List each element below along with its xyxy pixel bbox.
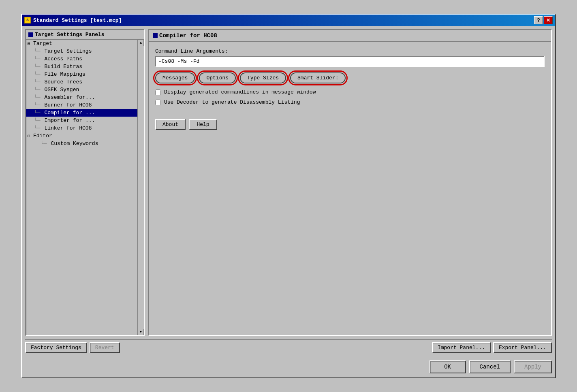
- tree-item-burner-hc08[interactable]: └─ Burner for HC08: [26, 101, 137, 109]
- title-bar: S Standard Settings [test.mcp] ? ✕: [22, 15, 555, 26]
- checkbox-row-display: Display generated commandlines in messag…: [155, 89, 545, 95]
- options-button[interactable]: Options: [199, 72, 236, 83]
- right-panel-title: Compiler for HC08: [159, 32, 217, 39]
- about-button[interactable]: About: [155, 119, 186, 130]
- checkbox-row-decoder: Use Decoder to generate Disassembly List…: [155, 99, 545, 105]
- display-cmdlines-label: Display generated commandlines in messag…: [164, 89, 316, 95]
- cmd-label: Command Line Arguments:: [155, 48, 545, 54]
- close-title-button[interactable]: ✕: [544, 16, 553, 24]
- expand-icon-target: ⊟: [28, 41, 32, 46]
- title-bar-left: S Standard Settings [test.mcp]: [24, 17, 122, 23]
- oval-buttons-row: Messages Options Type Sizes Smart Slider…: [155, 72, 545, 83]
- tree-line: └─: [34, 102, 41, 108]
- tree-area: ⊟ Target └─ Target Settings └─ Access Pa…: [26, 40, 137, 335]
- cancel-button[interactable]: Cancel: [469, 360, 511, 373]
- tree-label-importer-for: Importer for ...: [44, 117, 95, 124]
- bottom-toolbar: Factory Settings Revert Import Panel... …: [25, 339, 552, 356]
- panel-header: Target Settings Panels: [26, 30, 144, 40]
- tree-item-linker-hc08[interactable]: └─ Linker for HC08: [26, 124, 137, 132]
- tree-item-file-mappings[interactable]: └─ File Mappings: [26, 70, 137, 78]
- tree-label-burner-hc08: Burner for HC08: [44, 102, 92, 108]
- right-content: Command Line Arguments: Messages Options…: [149, 42, 551, 335]
- left-panel-inner: ⊟ Target └─ Target Settings └─ Access Pa…: [26, 40, 144, 335]
- export-panel-button[interactable]: Export Panel...: [493, 342, 552, 353]
- type-sizes-button[interactable]: Type Sizes: [240, 72, 286, 83]
- tree-line: └─: [34, 64, 41, 70]
- panel-title: Target Settings Panels: [35, 32, 105, 38]
- smart-slider-button[interactable]: Smart Slider:: [290, 72, 346, 83]
- tree-item-target[interactable]: ⊟ Target: [26, 40, 137, 47]
- tree-label-assembler-for: Assembler for...: [44, 94, 95, 100]
- panel-icon: [28, 32, 33, 37]
- tree-item-osek-sysgen[interactable]: └─ OSEK Sysgen: [26, 86, 137, 94]
- use-decoder-label: Use Decoder to generate Disassembly List…: [164, 99, 300, 105]
- factory-settings-button[interactable]: Factory Settings: [25, 342, 87, 353]
- scroll-track: [138, 46, 144, 329]
- messages-button[interactable]: Messages: [155, 72, 195, 83]
- import-panel-button[interactable]: Import Panel...: [432, 342, 491, 353]
- tree-item-compiler-for[interactable]: └─ Compiler for ...: [26, 109, 137, 117]
- tree-label-custom-keywords: Custom Keywords: [51, 141, 98, 147]
- tree-label-target: Target: [33, 40, 52, 47]
- scrollbar[interactable]: ▲ ▼: [137, 40, 144, 335]
- tree-item-access-paths[interactable]: └─ Access Paths: [26, 55, 137, 63]
- help-title-button[interactable]: ?: [534, 16, 543, 24]
- tree-line: └─: [34, 79, 41, 85]
- tree-item-importer-for[interactable]: └─ Importer for ...: [26, 117, 137, 124]
- cmd-input-wrapper: [155, 56, 545, 67]
- title-controls: ? ✕: [534, 16, 553, 24]
- tree-line: └─: [41, 141, 47, 147]
- tree-line: └─: [34, 71, 41, 77]
- tree-item-target-settings[interactable]: └─ Target Settings: [26, 47, 137, 55]
- tree-line: └─: [34, 117, 41, 124]
- tree-item-editor[interactable]: ⊟ Editor: [26, 132, 137, 140]
- tree-label-source-trees: Source Trees: [44, 79, 82, 85]
- scroll-down-button[interactable]: ▼: [138, 329, 144, 335]
- right-panel-header: Compiler for HC08: [149, 30, 551, 42]
- apply-button[interactable]: Apply: [514, 360, 552, 373]
- display-cmdlines-checkbox[interactable]: [155, 89, 161, 95]
- expand-icon-editor: ⊟: [28, 133, 32, 138]
- tree-label-build-extras: Build Extras: [44, 64, 82, 70]
- left-panel: Target Settings Panels ⊟ Target └─ Targe…: [25, 29, 145, 336]
- tree-item-custom-keywords[interactable]: └─ Custom Keywords: [26, 140, 137, 147]
- use-decoder-checkbox[interactable]: [155, 100, 161, 105]
- cmd-input[interactable]: [156, 57, 544, 66]
- tree-line: └─: [34, 94, 41, 100]
- tree-label-editor: Editor: [33, 133, 52, 139]
- main-area: Target Settings Panels ⊟ Target └─ Targe…: [25, 29, 552, 336]
- scroll-up-button[interactable]: ▲: [138, 40, 144, 46]
- right-panel: Compiler for HC08 Command Line Arguments…: [148, 29, 552, 336]
- window-title: Standard Settings [test.mcp]: [33, 17, 122, 23]
- ok-button[interactable]: OK: [430, 360, 466, 373]
- tree-line: └─: [34, 48, 41, 54]
- tree-line: └─: [34, 56, 41, 62]
- main-window: S Standard Settings [test.mcp] ? ✕ Targe…: [21, 14, 556, 378]
- tree-item-build-extras[interactable]: └─ Build Extras: [26, 63, 137, 70]
- tree-label-target-settings: Target Settings: [44, 48, 92, 54]
- tree-item-assembler-for[interactable]: └─ Assembler for...: [26, 94, 137, 101]
- help-button[interactable]: Help: [189, 119, 217, 130]
- tree-label-file-mappings: File Mappings: [44, 71, 85, 77]
- tree-label-access-paths: Access Paths: [44, 56, 82, 62]
- revert-button[interactable]: Revert: [90, 342, 120, 353]
- tree-line-selected: └─: [34, 110, 41, 116]
- tree-line: └─: [34, 125, 41, 131]
- tree-line: └─: [34, 87, 41, 93]
- tree-item-source-trees[interactable]: └─ Source Trees: [26, 78, 137, 86]
- tree-label-osek-sysgen: OSEK Sysgen: [44, 87, 79, 93]
- tree-label-linker-hc08: Linker for HC08: [44, 125, 92, 131]
- cmd-line-section: Command Line Arguments:: [155, 48, 545, 67]
- right-panel-icon: [153, 33, 158, 38]
- bottom-buttons: OK Cancel Apply: [25, 359, 552, 374]
- about-help-row: About Help: [155, 119, 545, 130]
- window-content: Target Settings Panels ⊟ Target └─ Targe…: [22, 26, 555, 377]
- window-icon: S: [24, 17, 31, 23]
- checkboxes-section: Display generated commandlines in messag…: [155, 89, 545, 105]
- tree-label-compiler-for: Compiler for ...: [44, 110, 95, 116]
